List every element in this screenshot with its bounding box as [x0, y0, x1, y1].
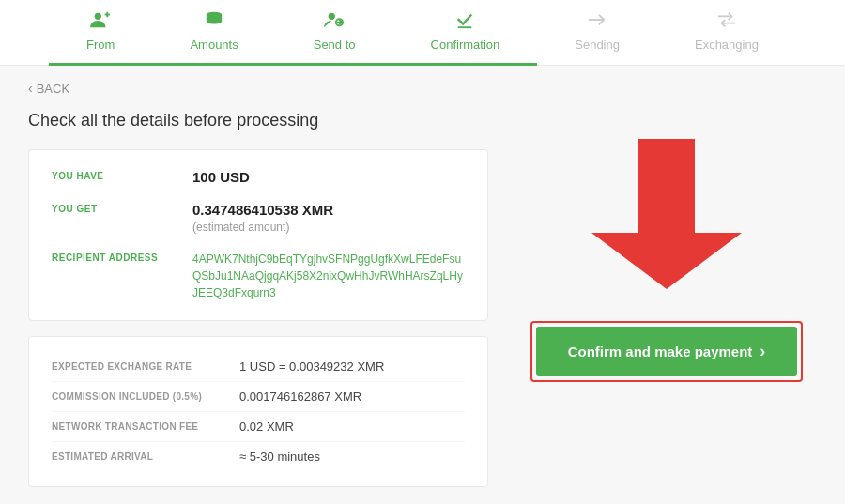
network-fee-value: 0.02 XMR: [239, 420, 294, 434]
confirm-button-label: Confirm and make payment: [568, 344, 753, 359]
svg-point-0: [95, 13, 101, 20]
you-have-label: YOU HAVE: [52, 169, 192, 181]
step-exchanging[interactable]: Exchanging: [657, 0, 796, 66]
you-get-estimated: (estimated amount): [192, 221, 289, 234]
from-icon: [90, 10, 111, 34]
commission-label: COMMISSION INCLUDED (0.5%): [52, 391, 239, 402]
you-get-label: YOU GET: [52, 202, 192, 214]
rate-row-exchange: EXPECTED EXCHANGE RATE 1 USD = 0.0034923…: [52, 352, 465, 382]
confirm-payment-button[interactable]: Confirm and make payment ›: [536, 327, 797, 376]
check-title: Check all the details before processing: [28, 111, 488, 130]
confirm-button-wrapper: Confirm and make payment ›: [530, 321, 803, 382]
confirm-chevron-icon: ›: [760, 342, 765, 361]
main-content: Check all the details before processing …: [0, 111, 845, 504]
you-have-row: YOU HAVE 100 USD: [52, 169, 465, 185]
recipient-label: RECIPIENT ADDRESS: [52, 251, 192, 263]
svg-rect-13: [638, 139, 695, 233]
arrow-container: [582, 130, 751, 302]
rate-row-arrival: ESTIMATED ARRIVAL ≈ 5-30 minutes: [52, 442, 465, 471]
right-panel: Confirm and make payment ›: [516, 111, 817, 487]
amounts-icon: [204, 10, 224, 34]
exchange-rate-label: EXPECTED EXCHANGE RATE: [52, 361, 239, 372]
arrival-label: ESTIMATED ARRIVAL: [52, 451, 239, 462]
step-confirmation-label: Confirmation: [431, 38, 500, 52]
step-from-label: From: [86, 38, 115, 52]
back-button[interactable]: ‹ BACK: [0, 66, 98, 111]
step-send-to[interactable]: Send to: [276, 0, 393, 66]
sending-icon: [587, 10, 607, 34]
arrival-value: ≈ 5-30 minutes: [239, 450, 320, 464]
recipient-row: RECIPIENT ADDRESS 4APWK7NthjC9bEqTYgjhvS…: [52, 251, 465, 301]
confirmation-icon: [454, 10, 475, 34]
step-from[interactable]: From: [49, 0, 152, 66]
step-send-to-label: Send to: [314, 38, 356, 52]
exchanging-icon: [716, 10, 737, 34]
commission-value: 0.001746162867 XMR: [239, 389, 361, 404]
back-chevron-icon: ‹: [28, 81, 33, 96]
recipient-address: 4APWK7NthjC9bEqTYgjhvSFNPggUgfkXwLFEdeFs…: [192, 251, 465, 301]
rates-card: EXPECTED EXCHANGE RATE 1 USD = 0.0034923…: [28, 336, 488, 487]
step-exchanging-label: Exchanging: [695, 38, 759, 52]
you-get-amount: 0.347486410538 XMR: [192, 202, 333, 218]
send-to-icon: [324, 10, 345, 34]
step-confirmation[interactable]: Confirmation: [393, 0, 538, 66]
rate-row-network-fee: NETWORK TRANSACTION FEE 0.02 XMR: [52, 412, 465, 442]
step-sending[interactable]: Sending: [537, 0, 657, 66]
you-get-value: 0.347486410538 XMR (estimated amount): [192, 202, 333, 234]
rate-row-commission: COMMISSION INCLUDED (0.5%) 0.00174616286…: [52, 382, 465, 412]
network-fee-label: NETWORK TRANSACTION FEE: [52, 421, 239, 432]
you-get-row: YOU GET 0.347486410538 XMR (estimated am…: [52, 202, 465, 234]
down-arrow-icon: [582, 130, 751, 298]
top-navigation: From Amounts: [0, 0, 845, 66]
svg-marker-14: [592, 233, 742, 289]
svg-point-4: [329, 13, 335, 20]
step-amounts-label: Amounts: [190, 38, 238, 52]
you-have-value: 100 USD: [192, 169, 250, 185]
step-amounts[interactable]: Amounts: [152, 0, 275, 66]
details-card: YOU HAVE 100 USD YOU GET 0.347486410538 …: [28, 149, 488, 321]
wizard-steps: From Amounts: [49, 0, 796, 66]
back-label: BACK: [37, 82, 69, 96]
left-panel: Check all the details before processing …: [28, 111, 488, 487]
exchange-rate-value: 1 USD = 0.00349232 XMR: [239, 359, 384, 374]
step-sending-label: Sending: [575, 38, 620, 52]
